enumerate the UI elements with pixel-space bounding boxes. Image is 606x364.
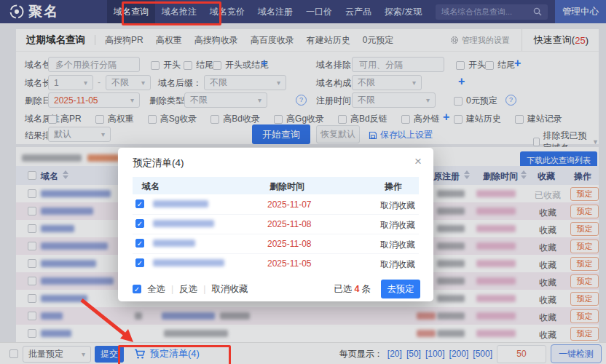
invert-selection-label[interactable]: 反选 bbox=[179, 283, 197, 296]
selected-count: 4 bbox=[355, 284, 360, 294]
cancel-favorite-link[interactable]: 取消收藏 bbox=[380, 239, 415, 251]
delete-time: 2025-11-07 bbox=[267, 199, 312, 210]
cancel-favorite-link[interactable]: 取消收藏 bbox=[380, 199, 415, 212]
delete-time: 2025-11-08 bbox=[267, 239, 312, 249]
modal-col-delete-time: 删除时间 bbox=[269, 181, 304, 193]
modal-table-header: 域名 删除时间 操作 bbox=[133, 177, 419, 194]
reserve-list-modal: 预定清单(4) × 域名 删除时间 操作 ✓ 2025-11-07 取消收藏 ✓… bbox=[118, 148, 433, 301]
modal-footer: ✓ 全选 | 反选 | 取消收藏 已选4条 去预定 bbox=[133, 279, 420, 299]
blurred-domain bbox=[153, 220, 214, 227]
row-checkbox-checked[interactable]: ✓ bbox=[135, 258, 144, 267]
expired-domain-query-page: 聚名 域名查询 域名抢注 域名竞价 域名注册 一口价 云产品 探索/发现 域名综… bbox=[0, 0, 606, 364]
row-checkbox-checked[interactable]: ✓ bbox=[135, 199, 144, 208]
blurred-domain bbox=[153, 240, 195, 247]
modal-table-row[interactable]: ✓ 2025-11-08 取消收藏 bbox=[133, 214, 419, 234]
modal-table-row[interactable]: ✓ 2025-11-08 取消收藏 bbox=[133, 234, 419, 254]
row-checkbox-checked[interactable]: ✓ bbox=[135, 239, 144, 248]
blurred-domain bbox=[153, 259, 224, 266]
blurred-domain bbox=[153, 200, 208, 207]
delete-time: 2025-11-05 bbox=[267, 258, 312, 269]
modal-table-row[interactable]: ✓ 2025-11-05 取消收藏 bbox=[133, 253, 419, 273]
modal-table-row[interactable]: ✓ 2025-11-07 取消收藏 bbox=[133, 194, 419, 215]
cancel-favorite-link[interactable]: 取消收藏 bbox=[380, 258, 415, 271]
select-all-label[interactable]: 全选 bbox=[147, 283, 165, 296]
close-icon[interactable]: × bbox=[414, 154, 422, 169]
modal-col-action: 操作 bbox=[385, 181, 402, 193]
uncollect-label[interactable]: 取消收藏 bbox=[212, 283, 248, 296]
divider: | bbox=[203, 284, 205, 294]
modal-title: 预定清单(4) bbox=[133, 157, 184, 170]
divider: | bbox=[171, 284, 173, 294]
selected-count-info: 已选4条 bbox=[334, 283, 371, 296]
go-reserve-button[interactable]: 去预定 bbox=[381, 280, 420, 298]
select-all-checkbox-checked[interactable]: ✓ bbox=[133, 285, 141, 293]
row-checkbox-checked[interactable]: ✓ bbox=[135, 219, 144, 228]
cancel-favorite-link[interactable]: 取消收藏 bbox=[380, 219, 415, 232]
modal-col-domain: 域名 bbox=[142, 181, 160, 193]
delete-time: 2025-11-08 bbox=[267, 219, 312, 229]
